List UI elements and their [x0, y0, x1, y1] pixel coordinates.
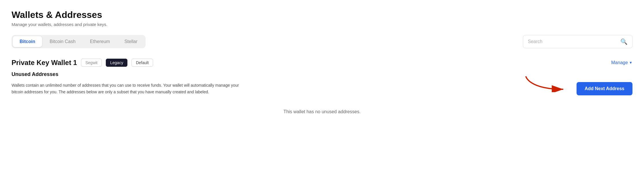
add-button-area: Add Next Address	[577, 82, 632, 95]
search-container: 🔍	[523, 35, 632, 48]
legacy-badge[interactable]: Legacy	[106, 59, 127, 67]
wallet-header: Private Key Wallet 1 Segwit Legacy Defau…	[12, 59, 632, 67]
page-header: Wallets & Addresses Manage your wallets,…	[12, 9, 632, 27]
add-next-address-button[interactable]: Add Next Address	[577, 82, 632, 95]
wallet-section: Private Key Wallet 1 Segwit Legacy Defau…	[12, 59, 632, 95]
section-description: Wallets contain an unlimited number of a…	[12, 82, 248, 95]
tabs-container: Bitcoin Bitcoin Cash Ethereum Stellar	[12, 35, 146, 48]
red-arrow-icon	[523, 73, 569, 92]
wallet-name: Private Key Wallet 1	[12, 59, 77, 67]
top-bar: Bitcoin Bitcoin Cash Ethereum Stellar 🔍	[12, 35, 632, 48]
chevron-down-icon: ▼	[629, 61, 632, 65]
page-subtitle: Manage your wallets, addresses and priva…	[12, 22, 632, 27]
search-input[interactable]	[528, 39, 617, 44]
tab-bitcoin-cash[interactable]: Bitcoin Cash	[43, 36, 82, 47]
page-title: Wallets & Addresses	[12, 9, 632, 20]
search-icon[interactable]: 🔍	[620, 38, 628, 45]
manage-link[interactable]: Manage ▼	[611, 60, 632, 65]
default-badge[interactable]: Default	[131, 59, 153, 67]
unused-addresses-section: Unused Addresses Wallets contain an unli…	[12, 71, 632, 95]
tab-ethereum[interactable]: Ethereum	[83, 36, 117, 47]
empty-state: This wallet has no unused addresses.	[12, 109, 632, 114]
bottom-area: Wallets contain an unlimited number of a…	[12, 82, 632, 95]
wallet-title-area: Private Key Wallet 1 Segwit Legacy Defau…	[12, 59, 153, 67]
segwit-badge[interactable]: Segwit	[81, 59, 102, 67]
tab-stellar[interactable]: Stellar	[117, 36, 144, 47]
tab-bitcoin[interactable]: Bitcoin	[13, 36, 42, 47]
